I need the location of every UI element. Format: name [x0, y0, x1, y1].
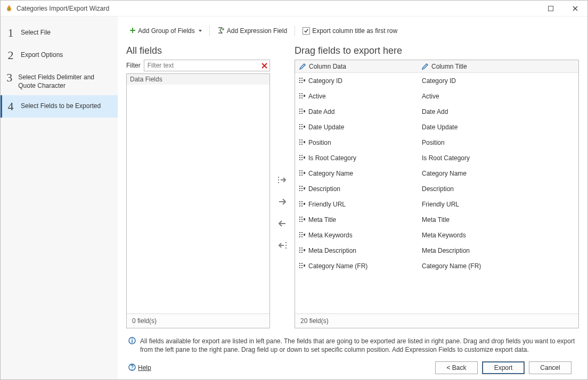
column-title-cell: Meta Title [422, 216, 450, 224]
export-fields-pane: Drag fields to export here Column Data C… [295, 45, 579, 328]
window-title: Categories Import/Export Wizard [17, 5, 109, 12]
svg-rect-72 [299, 234, 300, 235]
svg-rect-26 [301, 126, 303, 127]
plus-icon [129, 27, 136, 35]
svg-rect-23 [299, 126, 300, 127]
help-label: Help [138, 364, 151, 371]
filter-input[interactable] [144, 62, 259, 69]
column-data-header[interactable]: Column Data [295, 63, 418, 70]
svg-rect-64 [299, 217, 300, 218]
steps-sidebar: 1 Select File 2 Export Options 3 Select … [1, 16, 118, 379]
table-row[interactable]: DescriptionDescription [295, 181, 578, 196]
add-expression-field-button[interactable]: Add Expression Field [214, 26, 290, 37]
step-4-label: Select Fields to be Exported [21, 101, 101, 110]
back-button[interactable]: < Back [435, 361, 478, 374]
svg-rect-13 [301, 97, 303, 98]
checkbox-icon [303, 27, 310, 35]
clear-filter-button[interactable] [259, 63, 270, 69]
caret-down-icon [199, 30, 202, 32]
column-title-cell: Friendly URL [422, 201, 459, 208]
svg-rect-70 [304, 218, 305, 220]
svg-rect-80 [299, 252, 300, 253]
table-row[interactable]: Meta DescriptionMeta Description [295, 243, 578, 258]
step-2[interactable]: 2 Export Options [1, 44, 118, 67]
grid-body[interactable]: Category IDCategory IDActiveActiveDate A… [295, 73, 578, 313]
step-3[interactable]: 3 Select Fields Delimiter and Quote Char… [1, 67, 118, 95]
table-row[interactable]: PositionPosition [295, 135, 578, 150]
svg-rect-90 [301, 267, 303, 268]
all-fields-title: All fields [126, 45, 270, 56]
maximize-button[interactable] [538, 1, 563, 16]
table-row[interactable]: Friendly URLFriendly URL [295, 196, 578, 212]
svg-rect-36 [299, 155, 300, 156]
svg-rect-56 [304, 187, 305, 189]
export-button[interactable]: Export [482, 361, 525, 374]
all-fields-count: 0 field(s) [127, 313, 270, 328]
table-row[interactable]: Category NameCategory Name [295, 166, 578, 181]
svg-rect-2 [299, 80, 300, 81]
column-title-header[interactable]: Column Title [418, 63, 578, 70]
svg-rect-12 [301, 95, 303, 96]
wizard-window: Categories Import/Export Wizard 1 Select… [0, 0, 588, 380]
svg-point-96 [132, 368, 133, 369]
svg-point-93 [132, 338, 133, 340]
step-4[interactable]: 4 Select Fields to be Exported [1, 95, 118, 118]
svg-rect-94 [132, 340, 133, 343]
table-row[interactable]: ActiveActive [295, 88, 578, 104]
field-icon [299, 78, 305, 84]
svg-rect-16 [299, 111, 300, 112]
svg-rect-88 [301, 263, 303, 264]
close-button[interactable] [563, 1, 587, 16]
svg-rect-34 [301, 144, 303, 145]
svg-rect-53 [301, 186, 303, 187]
move-right-button[interactable] [277, 196, 288, 209]
toolbar: Add Group of Fields Add Expression Field… [126, 24, 579, 38]
svg-rect-77 [304, 234, 305, 236]
svg-rect-33 [301, 142, 303, 143]
svg-rect-39 [301, 155, 303, 156]
svg-rect-21 [304, 110, 305, 112]
column-title-cell: Meta Description [422, 247, 470, 254]
table-row[interactable]: Category IDCategory ID [295, 73, 578, 88]
svg-rect-27 [301, 128, 303, 129]
table-row[interactable]: Meta KeywordsMeta Keywords [295, 227, 578, 243]
column-title-cell: Category Name [422, 170, 467, 177]
column-data-cell: Meta Description [308, 247, 356, 254]
all-fields-list[interactable]: Data Fields 0 field(s) [126, 73, 270, 328]
svg-rect-74 [301, 232, 303, 233]
column-data-cell: Friendly URL [308, 201, 346, 208]
svg-rect-78 [299, 247, 300, 249]
svg-rect-1 [299, 78, 300, 79]
table-row[interactable]: Date AddDate Add [295, 104, 578, 119]
column-data-cell: Category Name [308, 170, 353, 177]
move-left-button[interactable] [277, 218, 288, 230]
svg-rect-62 [301, 205, 303, 206]
cancel-button[interactable]: Cancel [529, 361, 571, 374]
help-link[interactable]: Help [128, 364, 151, 373]
table-row[interactable]: Is Root CategoryIs Root Category [295, 150, 578, 166]
table-row[interactable]: Date UpdateDate Update [295, 119, 578, 135]
data-fields-group: Data Fields [127, 74, 270, 85]
column-data-cell: Position [308, 139, 331, 146]
field-icon [299, 139, 305, 145]
move-all-left-button[interactable] [277, 240, 288, 252]
column-title-cell: Category ID [422, 77, 456, 85]
table-row[interactable]: Meta TitleMeta Title [295, 212, 578, 227]
svg-rect-30 [299, 142, 300, 143]
svg-rect-66 [299, 221, 300, 222]
svg-rect-3 [299, 82, 300, 83]
column-title-cell: Date Add [422, 108, 448, 115]
field-icon [299, 186, 305, 192]
svg-rect-91 [304, 265, 305, 267]
add-expr-label: Add Expression Field [227, 27, 287, 35]
svg-rect-76 [301, 236, 303, 237]
add-group-of-fields-button[interactable]: Add Group of Fields [126, 26, 205, 36]
step-1[interactable]: 1 Select File [1, 22, 118, 44]
svg-rect-15 [299, 109, 300, 110]
move-all-right-button[interactable] [277, 175, 288, 187]
table-row[interactable]: Category Name (FR)Category Name (FR) [295, 258, 578, 274]
svg-rect-46 [301, 170, 303, 171]
export-title-checkbox[interactable]: Export column title as first row [299, 26, 401, 36]
svg-rect-65 [299, 219, 300, 220]
svg-rect-47 [301, 172, 303, 174]
